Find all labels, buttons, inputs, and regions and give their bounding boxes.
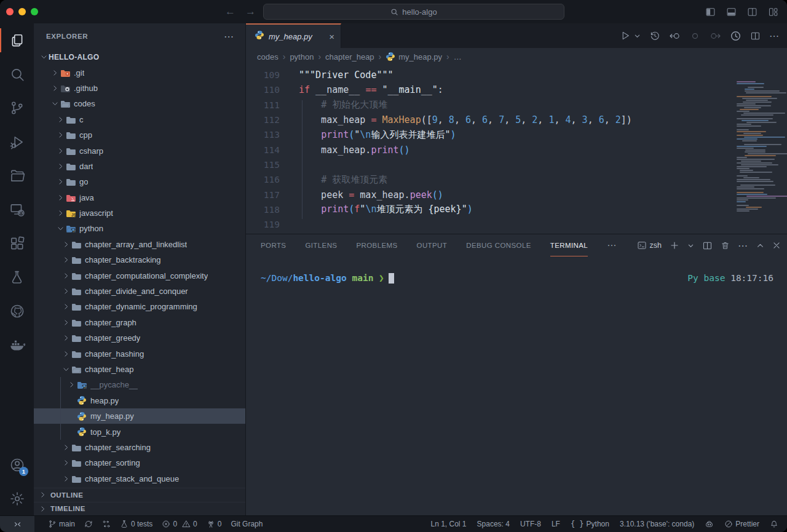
toggle-secondary-sidebar-button[interactable] [747, 7, 757, 17]
status-python[interactable]: { }Python [571, 520, 609, 528]
tree-item-chapter-dynamic-programming[interactable]: chapter_dynamic_programming [34, 299, 245, 314]
status-prettier[interactable]: Prettier [724, 520, 759, 528]
panel-tab-terminal[interactable]: TERMINAL [550, 234, 588, 256]
breadcrumb-python[interactable]: python [290, 52, 314, 62]
diff-prev-button[interactable] [669, 30, 681, 42]
status-compare[interactable] [102, 520, 111, 528]
panel-tab-output[interactable]: OUTPUT [417, 234, 448, 256]
status-utf-8[interactable]: UTF-8 [520, 520, 541, 528]
split-button[interactable] [750, 31, 761, 41]
status-0-tests[interactable]: 0 tests [120, 520, 152, 528]
status-sync[interactable] [84, 520, 93, 528]
status-bell[interactable] [770, 520, 778, 528]
breadcrumb-codes[interactable]: codes [257, 52, 279, 62]
terminal-shell-button[interactable]: zsh [637, 240, 662, 250]
tree-item-java[interactable]: java [34, 190, 245, 205]
tree-item-csharp[interactable]: csharp [34, 143, 245, 158]
customize-layout-button[interactable] [768, 7, 778, 17]
tab-close-icon[interactable]: × [329, 31, 334, 42]
activity-extensions[interactable] [0, 226, 34, 260]
activity-project-folder[interactable] [0, 159, 34, 193]
breadcrumb-my-heap-py[interactable]: my_heap.py [386, 52, 442, 62]
tree-item--pycache-[interactable]: __pycache__ [34, 377, 245, 392]
tree-item-chapter-array-and-linkedlist[interactable]: chapter_array_and_linkedlist [34, 237, 245, 252]
circle-button[interactable] [689, 30, 701, 42]
status-copilot[interactable] [705, 520, 714, 529]
status-git-graph[interactable]: Git Graph [231, 520, 263, 528]
panel-tab-gitlens[interactable]: GITLENS [305, 234, 337, 256]
forward-icon[interactable]: → [245, 6, 256, 18]
tree-item-hello-algo[interactable]: HELLO-ALGO [34, 49, 245, 65]
section-outline[interactable]: OUTLINE [34, 488, 245, 502]
terminal[interactable]: ~/Dow/hello-algo main ❯ Py base 18:17:16 [246, 256, 787, 515]
panel-tab-debug-console[interactable]: DEBUG CONSOLE [466, 234, 531, 256]
blame-clock-button[interactable] [730, 30, 742, 42]
tree-item-chapter-divide-and-conquer[interactable]: chapter_divide_and_conquer [34, 284, 245, 299]
explorer-more-actions-button[interactable]: ⋯ [224, 31, 234, 42]
status-spaces-4[interactable]: Spaces: 4 [477, 520, 510, 528]
status-3-10-13-base-conda[interactable]: 3.10.13 ('base': conda) [620, 520, 694, 528]
activity-settings[interactable] [0, 482, 34, 515]
back-icon[interactable]: ← [225, 6, 235, 18]
code-editor[interactable]: 109"""Driver Code"""110if __name__ == "_… [246, 65, 787, 234]
status-lf[interactable]: LF [552, 520, 560, 528]
tree-item-chapter-greedy[interactable]: chapter_greedy [34, 330, 245, 346]
activity-run-debug[interactable] [0, 125, 34, 159]
plus-button[interactable] [670, 240, 679, 250]
breadcrumb-chapter-heap[interactable]: chapter_heap [325, 52, 374, 62]
status-0[interactable]: 0 [207, 520, 222, 528]
tree-item-chapter-hashing[interactable]: chapter_hashing [34, 346, 245, 361]
toggle-primary-sidebar-button[interactable] [705, 7, 716, 17]
chevron-down-button[interactable] [687, 242, 694, 249]
activity-docker[interactable] [0, 328, 34, 362]
activity-github[interactable] [0, 294, 34, 328]
close-button[interactable] [772, 241, 781, 250]
tree-item-chapter-stack-and-queue[interactable]: chapter_stack_and_queue [34, 471, 245, 486]
tree-item-chapter-searching[interactable]: chapter_searching [34, 440, 245, 455]
tree-item-chapter-backtracking[interactable]: chapter_backtracking [34, 252, 245, 268]
activity-search[interactable] [0, 57, 34, 91]
activity-testing[interactable] [0, 260, 34, 294]
more-button[interactable]: ⋯ [738, 240, 748, 252]
tree-item-codes[interactable]: codes [34, 96, 245, 111]
tree-item-python[interactable]: python [34, 221, 245, 236]
status-ln-1-col-1[interactable]: Ln 1, Col 1 [430, 520, 466, 528]
toggle-panel-button[interactable] [726, 7, 737, 17]
activity-source-control[interactable] [0, 91, 34, 125]
maximize-window-button[interactable] [31, 8, 38, 15]
diff-next-button[interactable] [710, 30, 721, 42]
remote-indicator-button[interactable] [0, 516, 34, 532]
panel-tab-ports[interactable]: PORTS [261, 234, 286, 256]
command-center-search[interactable]: hello-algo [263, 4, 564, 20]
tree-item-chapter-computational-complexity[interactable]: chapter_computational_complexity [34, 268, 245, 283]
tree-item-chapter-heap[interactable]: chapter_heap [34, 362, 245, 377]
status-0[interactable]: 0 [162, 520, 177, 528]
split-button[interactable] [702, 240, 713, 251]
activity-explorer-active[interactable] [0, 23, 34, 57]
run-button[interactable] [620, 30, 631, 41]
tree-item-my-heap-py[interactable]: my_heap.py [34, 408, 245, 424]
tree-item--git[interactable]: .git [34, 65, 245, 80]
tree-item-chapter-graph[interactable]: chapter_graph [34, 315, 245, 330]
tree-item-top-k-py[interactable]: top_k.py [34, 424, 245, 439]
tree-item-dart[interactable]: dart [34, 159, 245, 174]
tree-item-go[interactable]: go [34, 174, 245, 189]
chevron-down-button[interactable] [634, 33, 641, 39]
tree-item-chapter-sorting[interactable]: chapter_sorting [34, 455, 245, 470]
trash-button[interactable] [721, 241, 730, 250]
minimap[interactable] [735, 65, 783, 234]
minimize-window-button[interactable] [18, 8, 26, 15]
tree-item-c[interactable]: c [34, 112, 245, 127]
tree-item-heap-py[interactable]: heap.py [34, 393, 245, 408]
tree-item-cpp[interactable]: cpp [34, 127, 245, 143]
close-window-button[interactable] [6, 8, 14, 15]
status-0[interactable]: 0 [182, 520, 197, 528]
history-button[interactable] [649, 30, 660, 41]
chevron-up-button[interactable] [756, 242, 764, 250]
tab-my-heap[interactable]: my_heap.py × [246, 23, 341, 48]
section-timeline[interactable]: TIMELINE [34, 502, 245, 516]
breadcrumb--[interactable]: … [454, 52, 462, 62]
more-button[interactable]: ⋯ [769, 30, 780, 42]
activity-accounts[interactable]: 1 [0, 448, 34, 482]
panel-tab-problems[interactable]: PROBLEMS [356, 234, 397, 256]
